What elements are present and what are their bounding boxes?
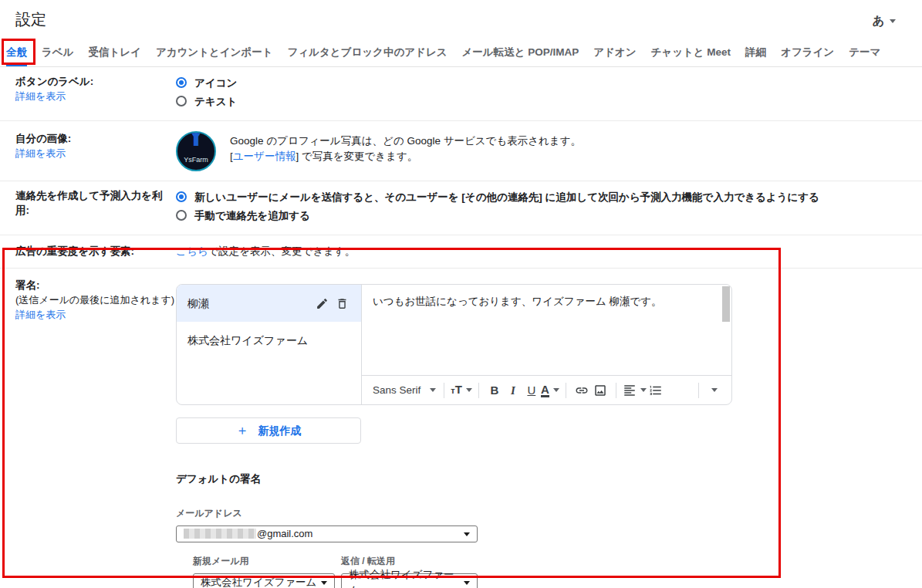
for-new-mail-select[interactable]: 株式会社ワイズファーム — [193, 573, 335, 588]
tab-offline[interactable]: オフライン — [781, 40, 834, 66]
font-family-dropdown[interactable]: Sans Serif — [371, 383, 437, 398]
signature-name: 柳瀬 — [187, 296, 312, 311]
signature-item-company[interactable]: 株式会社ワイズファーム — [177, 322, 361, 359]
chevron-down-icon — [640, 388, 647, 392]
for-reply-forward-value: 株式会社ワイズファーム — [349, 567, 464, 588]
tab-accounts-import[interactable]: アカウントとインポート — [156, 40, 273, 66]
signature-note: (送信メールの最後に追加されます) — [15, 293, 176, 307]
email-value-wrap: @gmail.com — [184, 526, 312, 542]
radio-option-auto-add[interactable]: 新しいユーザーにメールを送信すると、そのユーザーを [その他の連絡先] に追加し… — [176, 190, 922, 205]
header: 設定 あ — [0, 0, 922, 29]
align-left-icon — [623, 384, 637, 397]
chevron-down-icon — [430, 388, 436, 392]
tab-labels[interactable]: ラベル — [42, 40, 73, 66]
radio-icon[interactable] — [176, 191, 187, 202]
text-color-letter: A — [541, 384, 549, 397]
link-icon — [575, 384, 589, 397]
signature-editor-textarea[interactable]: いつもお世話になっております、ワイズファーム 柳瀬です。 — [362, 285, 731, 375]
tab-advanced[interactable]: 詳細 — [745, 40, 766, 66]
signature-list: 柳瀬 株式会社ワイズファーム — [177, 285, 362, 404]
tab-chat-meet[interactable]: チャットと Meet — [651, 40, 731, 66]
radio-option-manual-add[interactable]: 手動で連絡先を追加する — [176, 208, 922, 224]
email-domain: @gmail.com — [257, 528, 312, 539]
radio-option-auto-add-label: 新しいユーザーにメールを送信すると、そのユーザーを [その他の連絡先] に追加し… — [194, 190, 819, 205]
input-tools-button[interactable]: あ — [873, 9, 907, 29]
avatar-caption: YsFarm — [177, 152, 214, 167]
signature-editor-text: いつもお世話になっております、ワイズファーム 柳瀬です。 — [373, 296, 662, 307]
align-dropdown[interactable] — [623, 380, 647, 400]
underline-button[interactable]: U — [522, 380, 541, 400]
email-address-label: メールアドレス — [176, 505, 922, 521]
my-picture-label: 自分の画像: — [15, 131, 176, 146]
insert-link-button[interactable] — [572, 380, 591, 400]
pencil-icon — [316, 297, 329, 310]
edit-signature-button[interactable] — [312, 293, 332, 313]
image-icon — [593, 384, 607, 397]
font-family-value: Sans Serif — [373, 383, 420, 398]
row-my-picture: 自分の画像: 詳細を表示 Y YsFarm Google のプロフィール写真は、… — [0, 121, 922, 181]
signature-item-yanase[interactable]: 柳瀬 — [177, 285, 361, 322]
for-reply-forward-label: 返信 / 転送用 — [341, 553, 478, 569]
delete-signature-button[interactable] — [332, 293, 352, 313]
row-button-labels: ボタンのラベル: 詳細を表示 アイコン テキスト — [0, 67, 922, 121]
email-address-select[interactable]: @gmail.com — [176, 525, 478, 542]
toolbar-divider — [698, 383, 699, 398]
create-signature-button[interactable]: ＋ 新規作成 — [176, 417, 361, 444]
size-big-t: T — [455, 382, 462, 397]
text-size-dropdown[interactable]: тT — [451, 380, 472, 400]
profile-avatar[interactable]: Y YsFarm — [176, 131, 216, 171]
row-autocomplete-contacts: 連絡先を作成して予測入力を利用: 新しいユーザーにメールを送信すると、そのユーザ… — [0, 181, 922, 235]
radio-option-text-label: テキスト — [194, 94, 237, 110]
bold-button[interactable]: B — [485, 380, 504, 400]
radio-icon[interactable] — [176, 77, 187, 88]
for-new-mail-value: 株式会社ワイズファーム — [201, 575, 316, 588]
avatar-letter: Y — [177, 131, 214, 143]
tab-forwarding-pop-imap[interactable]: メール転送と POP/IMAP — [462, 40, 579, 66]
more-formatting-dropdown[interactable] — [705, 380, 724, 400]
autocomplete-label: 連絡先を作成して予測入力を利用: — [15, 188, 176, 218]
tab-general[interactable]: 全般 — [6, 40, 27, 66]
text-color-dropdown[interactable]: A — [541, 380, 559, 400]
signature-panel: 柳瀬 株式会社ワイズファーム いつもお世話になっております、ワイ — [176, 284, 732, 405]
create-signature-label: 新規作成 — [258, 423, 302, 438]
numbered-list-button[interactable] — [647, 380, 665, 400]
user-info-link[interactable]: ユーザー情報 — [233, 149, 296, 164]
ime-indicator-label: あ — [873, 14, 884, 29]
tab-filters-blocked[interactable]: フィルタとブロック中のアドレス — [288, 40, 447, 66]
settings-tabbar: 全般 ラベル 受信トレイ アカウントとインポート フィルタとブロック中のアドレス… — [0, 40, 922, 67]
tab-inbox[interactable]: 受信トレイ — [88, 40, 140, 66]
chevron-down-icon — [890, 19, 896, 23]
radio-option-manual-add-label: 手動で連絡先を追加する — [194, 208, 310, 224]
editor-scrollbar[interactable] — [722, 286, 730, 322]
chevron-down-icon — [711, 388, 718, 392]
my-picture-details-link[interactable]: 詳細を表示 — [15, 146, 66, 161]
tab-addons[interactable]: アドオン — [593, 40, 636, 66]
radio-option-icon[interactable]: アイコン — [176, 76, 922, 91]
tab-themes[interactable]: テーマ — [849, 40, 880, 66]
row-ads-importance: 広告の重要度を示す要素: こちらで設定を表示、変更できます。 — [0, 235, 922, 269]
button-labels-label: ボタンのラベル: — [15, 74, 176, 89]
ads-rest-text: で設定を表示、変更できます。 — [208, 245, 355, 257]
radio-icon[interactable] — [176, 96, 187, 106]
page-title: 設定 — [15, 9, 46, 29]
ads-settings-link[interactable]: こちら — [176, 244, 208, 259]
numbered-list-icon — [649, 384, 663, 397]
chevron-down-icon — [553, 388, 559, 392]
for-reply-forward-select[interactable]: 株式会社ワイズファーム — [341, 573, 478, 588]
change-photo-text: ] で写真を変更できます。 — [296, 150, 417, 162]
radio-icon[interactable] — [176, 210, 187, 221]
radio-option-icon-label: アイコン — [194, 76, 237, 91]
gmail-settings-page: 設定 あ 全般 ラベル 受信トレイ アカウントとインポート フィルタとブロック中… — [0, 0, 922, 588]
redacted-email-prefix — [184, 529, 256, 539]
default-signature-selectors: 新規メール用 株式会社ワイズファーム 返信 / 転送用 株式会社ワイズファーム — [193, 553, 922, 588]
chevron-down-icon — [464, 532, 470, 536]
plus-icon: ＋ — [236, 423, 249, 438]
toolbar-divider — [478, 383, 479, 398]
for-new-mail-label: 新規メール用 — [193, 553, 335, 569]
signature-name: 株式会社ワイズファーム — [187, 333, 352, 348]
italic-button[interactable]: I — [504, 380, 522, 400]
button-labels-details-link[interactable]: 詳細を表示 — [15, 89, 66, 103]
signature-details-link[interactable]: 詳細を表示 — [15, 307, 66, 322]
insert-image-button[interactable] — [591, 380, 610, 400]
radio-option-text[interactable]: テキスト — [176, 94, 922, 110]
